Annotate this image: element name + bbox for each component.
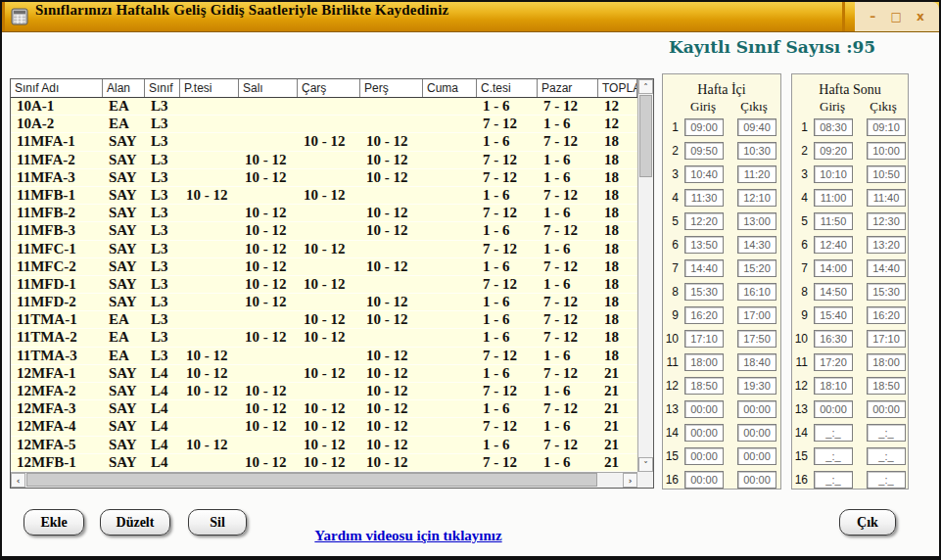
entry-time-field[interactable]: 09:00 bbox=[684, 118, 724, 136]
entry-time-field[interactable]: 16:20 bbox=[684, 306, 724, 324]
column-header[interactable]: Salı bbox=[239, 79, 298, 97]
table-row[interactable]: 11TMA-3EAL310 - 1210 - 127 - 121 - 618 bbox=[11, 348, 637, 365]
exit-time-field[interactable]: 16:10 bbox=[737, 283, 776, 301]
exit-time-field[interactable]: 14:40 bbox=[867, 259, 906, 277]
table-row[interactable]: 11MFD-1SAYL310 - 1210 - 127 - 121 - 618 bbox=[11, 276, 637, 294]
entry-time-field[interactable]: 16:30 bbox=[814, 330, 853, 348]
table-row[interactable]: 11MFA-1SAYL310 - 1210 - 121 - 67 - 1218 bbox=[11, 133, 637, 151]
entry-time-field[interactable]: 15:30 bbox=[684, 283, 724, 301]
entry-time-field[interactable]: 09:20 bbox=[814, 142, 853, 160]
table-row[interactable]: 12MFA-2SAYL410 - 1210 - 1210 - 127 - 121… bbox=[11, 383, 637, 400]
entry-time-field[interactable]: 00:00 bbox=[814, 400, 853, 418]
table-row[interactable]: 12MFA-5SAYL410 - 1210 - 1210 - 121 - 67 … bbox=[11, 437, 637, 454]
exit-time-field[interactable]: 09:40 bbox=[737, 118, 776, 136]
entry-time-field[interactable]: _:_ bbox=[814, 471, 853, 489]
exit-time-field[interactable]: 18:50 bbox=[867, 377, 906, 395]
scroll-right-icon[interactable]: › bbox=[623, 473, 637, 488]
column-header[interactable]: Perş bbox=[360, 79, 423, 97]
titlebar[interactable]: Sınıflarınızı Haftalık Geliş Gidiş Saatl… bbox=[2, 2, 939, 32]
entry-time-field[interactable]: 14:50 bbox=[814, 283, 853, 301]
entry-time-field[interactable]: 14:00 bbox=[814, 259, 853, 277]
minimize-icon[interactable]: – bbox=[870, 11, 875, 23]
exit-time-field[interactable]: _:_ bbox=[867, 424, 906, 442]
horizontal-scrollbar[interactable]: ‹ › bbox=[11, 472, 637, 488]
exit-time-field[interactable]: 00:00 bbox=[737, 447, 776, 465]
entry-time-field[interactable]: 15:40 bbox=[814, 306, 853, 324]
table-row[interactable]: 11MFC-1SAYL310 - 1210 - 127 - 121 - 618 bbox=[11, 241, 637, 258]
table-body[interactable]: 10A-1EAL31 - 67 - 121210A-2EAL37 - 121 -… bbox=[11, 98, 637, 472]
scroll-up-icon[interactable]: ˄ bbox=[638, 79, 653, 94]
entry-time-field[interactable]: 18:00 bbox=[684, 353, 724, 371]
entry-time-field[interactable]: 00:00 bbox=[684, 447, 724, 465]
entry-time-field[interactable]: 17:20 bbox=[814, 353, 853, 371]
help-video-link[interactable]: Yardım videosu için tıklayınız bbox=[296, 528, 521, 544]
exit-time-field[interactable]: 12:30 bbox=[867, 212, 906, 230]
table-row[interactable]: 12MFA-4SAYL410 - 1210 - 1210 - 127 - 121… bbox=[11, 418, 637, 436]
entry-time-field[interactable]: 12:40 bbox=[814, 236, 853, 254]
exit-time-field[interactable]: 18:00 bbox=[867, 353, 906, 371]
exit-time-field[interactable]: 17:10 bbox=[867, 330, 906, 348]
entry-time-field[interactable]: 08:30 bbox=[814, 118, 853, 136]
exit-time-field[interactable]: 11:20 bbox=[737, 165, 776, 183]
table-row[interactable]: 11MFD-2SAYL310 - 1210 - 121 - 67 - 1218 bbox=[11, 294, 637, 311]
table-row[interactable]: 10A-1EAL31 - 67 - 1212 bbox=[11, 98, 637, 116]
exit-time-field[interactable]: 18:40 bbox=[737, 353, 776, 371]
add-button[interactable]: Ekle bbox=[24, 509, 84, 536]
table-row[interactable]: 10A-2EAL37 - 121 - 612 bbox=[11, 116, 637, 133]
exit-time-field[interactable]: 00:00 bbox=[737, 424, 776, 442]
exit-time-field[interactable]: 10:00 bbox=[867, 142, 906, 160]
entry-time-field[interactable]: 00:00 bbox=[684, 424, 724, 442]
table-row[interactable]: 12MFB-1SAYL410 - 1210 - 1210 - 127 - 121… bbox=[11, 454, 637, 472]
delete-button[interactable]: Sil bbox=[188, 509, 247, 536]
table-row[interactable]: 11MFB-1SAYL310 - 1210 - 121 - 67 - 1218 bbox=[11, 187, 637, 205]
exit-time-field[interactable]: 16:20 bbox=[867, 306, 906, 324]
maximize-icon[interactable]: □ bbox=[890, 11, 901, 23]
exit-time-field[interactable]: 15:30 bbox=[867, 283, 906, 301]
horizontal-scroll-thumb[interactable] bbox=[26, 473, 597, 487]
exit-time-field[interactable]: 00:00 bbox=[867, 400, 906, 418]
column-header[interactable]: Pazar bbox=[538, 79, 598, 97]
exit-time-field[interactable]: 14:30 bbox=[737, 236, 776, 254]
exit-time-field[interactable]: 19:30 bbox=[737, 377, 776, 395]
column-header[interactable]: Alan bbox=[103, 79, 145, 97]
table-row[interactable]: 11TMA-1EAL310 - 1210 - 121 - 67 - 1218 bbox=[11, 311, 637, 329]
exit-time-field[interactable]: _:_ bbox=[867, 471, 906, 489]
column-header[interactable]: Çarş bbox=[298, 79, 360, 97]
entry-time-field[interactable]: 11:50 bbox=[814, 212, 853, 230]
vertical-scrollbar[interactable]: ˄ ˅ bbox=[637, 79, 653, 472]
vertical-scroll-thumb[interactable] bbox=[639, 95, 652, 177]
entry-time-field[interactable]: 00:00 bbox=[684, 471, 724, 489]
exit-time-field[interactable]: 17:50 bbox=[737, 330, 776, 348]
exit-time-field[interactable]: _:_ bbox=[867, 447, 906, 465]
table-row[interactable]: 11MFA-3SAYL310 - 1210 - 127 - 121 - 618 bbox=[11, 169, 637, 187]
exit-button[interactable]: Çık bbox=[839, 509, 896, 536]
entry-time-field[interactable]: _:_ bbox=[814, 424, 853, 442]
entry-time-field[interactable]: 10:40 bbox=[684, 165, 724, 183]
column-header[interactable]: P.tesi bbox=[180, 79, 239, 97]
table-row[interactable]: 12MFA-3SAYL410 - 1210 - 1210 - 121 - 67 … bbox=[11, 400, 637, 418]
table-row[interactable]: 11TMA-2EAL310 - 1210 - 121 - 67 - 1218 bbox=[11, 329, 637, 347]
table-row[interactable]: 11MFB-3SAYL310 - 1210 - 121 - 67 - 1218 bbox=[11, 222, 637, 240]
scroll-left-icon[interactable]: ‹ bbox=[11, 473, 25, 488]
scroll-down-icon[interactable]: ˅ bbox=[638, 457, 653, 472]
entry-time-field[interactable]: 09:50 bbox=[684, 142, 724, 160]
entry-time-field[interactable]: 17:10 bbox=[684, 330, 724, 348]
table-row[interactable]: 12MFA-1SAYL410 - 1210 - 1210 - 121 - 67 … bbox=[11, 365, 637, 383]
column-header[interactable]: C.tesi bbox=[477, 79, 538, 97]
entry-time-field[interactable]: 11:00 bbox=[814, 189, 853, 207]
entry-time-field[interactable]: 18:50 bbox=[684, 377, 724, 395]
entry-time-field[interactable]: 12:20 bbox=[684, 212, 724, 230]
entry-time-field[interactable]: 00:00 bbox=[684, 400, 724, 418]
exit-time-field[interactable]: 12:10 bbox=[737, 189, 776, 207]
exit-time-field[interactable]: 10:30 bbox=[737, 142, 776, 160]
entry-time-field[interactable]: _:_ bbox=[814, 447, 853, 465]
exit-time-field[interactable]: 09:10 bbox=[867, 118, 906, 136]
exit-time-field[interactable]: 00:00 bbox=[737, 400, 776, 418]
entry-time-field[interactable]: 10:10 bbox=[814, 165, 853, 183]
close-icon[interactable]: x bbox=[917, 11, 924, 23]
exit-time-field[interactable]: 15:20 bbox=[737, 259, 776, 277]
column-header[interactable]: Sınıf bbox=[145, 79, 180, 97]
entry-time-field[interactable]: 14:40 bbox=[684, 259, 724, 277]
exit-time-field[interactable]: 13:00 bbox=[737, 212, 776, 230]
entry-time-field[interactable]: 11:30 bbox=[684, 189, 724, 207]
